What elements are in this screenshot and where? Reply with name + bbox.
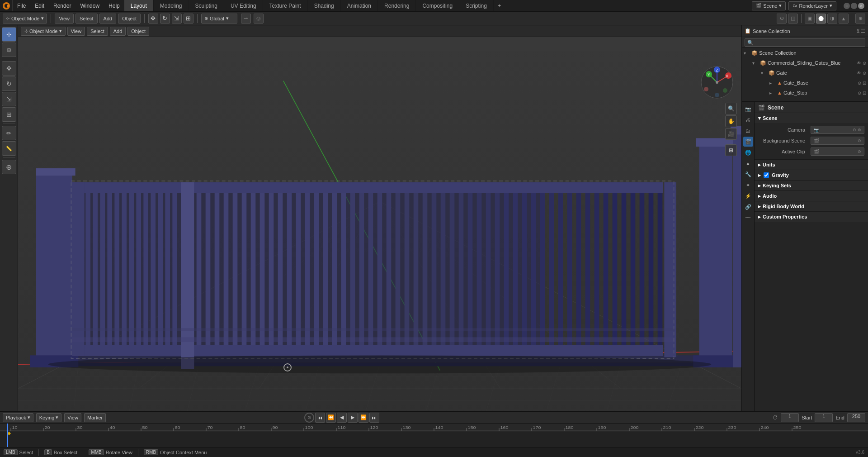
render-mode-btn[interactable]: ▲	[839, 14, 849, 24]
lookdev-mode-btn[interactable]: ◑	[827, 14, 837, 24]
camera-value[interactable]: 📷 ⊙ ⊕	[811, 126, 864, 134]
menu-edit[interactable]: Edit	[30, 0, 49, 11]
tab-sculpting[interactable]: Sculpting	[189, 0, 224, 11]
pan-btn[interactable]: ✋	[725, 115, 737, 127]
end-frame-input[interactable]: 250	[847, 413, 865, 422]
add-menu-btn[interactable]: Add	[99, 14, 117, 24]
rotate-tool-btn[interactable]: ↻	[2, 76, 16, 91]
measure-tool-btn[interactable]: 📏	[2, 141, 16, 156]
cursor-tool-btn[interactable]: ⊕	[2, 43, 16, 57]
step-forward-btn[interactable]: ⏩	[359, 413, 368, 423]
tab-texture-paint[interactable]: Texture Paint	[263, 0, 308, 11]
tab-uv-editing[interactable]: UV Editing	[224, 0, 263, 11]
zoom-in-btn[interactable]: 🔍	[725, 103, 737, 114]
viewport-view-btn[interactable]: View	[67, 27, 85, 36]
props-tab-particles[interactable]: ✦	[743, 180, 753, 190]
move-tool-btn[interactable]: ✥	[2, 61, 16, 76]
orbit-btn[interactable]: 🎥	[725, 128, 737, 140]
play-btn[interactable]: ▶	[348, 413, 358, 423]
transform-move-btn[interactable]: ✥	[148, 14, 158, 24]
current-frame-input[interactable]: 1	[781, 413, 799, 422]
tab-rendering[interactable]: Rendering	[378, 0, 416, 11]
step-back-btn[interactable]: ⏪	[326, 413, 336, 423]
playback-circle-btn[interactable]: ⊙	[304, 413, 314, 423]
viewport-add-btn[interactable]: Add	[110, 27, 126, 36]
tree-item-gate[interactable]: ▾ 📦 Gate 👁⊙	[742, 68, 868, 78]
timeline-marker-btn[interactable]: Marker	[84, 413, 106, 422]
transform-space-dropdown[interactable]: ⊕ Global ▾	[201, 14, 237, 24]
scene-section-header[interactable]: ▾ Scene	[755, 113, 868, 123]
bg-scene-value[interactable]: 🎬 ⊙	[811, 137, 864, 145]
gravity-section-header[interactable]: ▸ Gravity	[755, 170, 868, 180]
rigid-body-world-section-header[interactable]: ▸ Rigid Body World	[755, 201, 868, 211]
menu-window[interactable]: Window	[75, 0, 104, 11]
jump-start-btn[interactable]: ⏮	[315, 413, 325, 423]
window-minimize[interactable]: −	[844, 3, 850, 9]
tree-item-gate-stop[interactable]: ▸ ▲ Gate_Stop ⊙⊡	[742, 88, 868, 98]
view-menu-btn[interactable]: View	[55, 14, 74, 24]
solid-mode-btn[interactable]: ⬤	[816, 14, 826, 24]
units-section-header[interactable]: ▸ Units	[755, 160, 868, 170]
props-tab-modifiers[interactable]: 🔧	[743, 169, 753, 179]
tab-scripting[interactable]: Scripting	[459, 0, 494, 11]
scene-selector[interactable]: 🎬 Scene ▾	[752, 1, 786, 10]
viewport-overlays-btn[interactable]: ⊙	[777, 14, 787, 24]
tree-item-commercial[interactable]: ▾ 📦 Commercial_Sliding_Gates_Blue 👁⊙	[742, 58, 868, 68]
select-tool-btn[interactable]: ⊹	[2, 27, 16, 42]
keying-sets-section-header[interactable]: ▸ Keying Sets	[755, 181, 868, 190]
props-tab-scene[interactable]: 🎬	[743, 137, 753, 147]
props-tab-data[interactable]: 〰	[743, 213, 753, 223]
window-maximize[interactable]	[851, 3, 857, 9]
transform-all-btn[interactable]: ⊞	[184, 14, 193, 24]
jump-end-btn[interactable]: ⏭	[369, 413, 379, 423]
add-workspace-button[interactable]: +	[494, 0, 505, 12]
proportional-edit-btn[interactable]: ◎	[254, 14, 264, 24]
blender-logo[interactable]	[0, 0, 13, 11]
play-back-btn[interactable]: ◀	[337, 413, 347, 423]
object-mode-dropdown[interactable]: ⊹ Object Mode ▾	[3, 14, 47, 24]
props-tab-render[interactable]: 📷	[743, 104, 753, 114]
tab-modeling[interactable]: Modeling	[154, 0, 189, 11]
viewport-object-btn[interactable]: Object	[127, 27, 149, 36]
transform-tool-btn[interactable]: ⊞	[2, 107, 16, 122]
toggle-camera-btn[interactable]: ⊞	[725, 144, 737, 156]
select-menu-btn[interactable]: Select	[75, 14, 98, 24]
viewport-select-btn[interactable]: Select	[87, 27, 108, 36]
transform-rotate-btn[interactable]: ↻	[160, 14, 170, 24]
playback-dropdown[interactable]: Playback▾	[3, 413, 33, 422]
gizmo-toggle-btn[interactable]: ⊕	[855, 14, 865, 24]
outliner-filter-btn[interactable]: ⊻	[856, 28, 860, 34]
props-tab-object[interactable]: ▲	[743, 158, 753, 168]
tab-compositing[interactable]: Compositing	[416, 0, 459, 11]
active-clip-value[interactable]: 🎬 ⊙	[811, 148, 864, 156]
props-tab-view[interactable]: 🗂	[743, 126, 753, 136]
collection-root-item[interactable]: ▾ 📦 Scene Collection	[742, 48, 868, 58]
gravity-checkbox[interactable]	[764, 172, 769, 178]
xray-toggle-btn[interactable]: ◫	[788, 14, 798, 24]
audio-section-header[interactable]: ▸ Audio	[755, 191, 868, 201]
render-layer-selector[interactable]: 🗂 RenderLayer ▾	[788, 1, 836, 10]
props-tab-physics[interactable]: ⚡	[743, 191, 753, 201]
menu-file[interactable]: File	[13, 0, 30, 11]
custom-props-section-header[interactable]: ▸ Custom Properties	[755, 212, 868, 222]
tree-item-gate-base[interactable]: ▸ ▲ Gate_Base ⊙⊡	[742, 78, 868, 88]
props-tab-constraints[interactable]: 🔗	[743, 202, 753, 212]
outliner-options-btn[interactable]: ☰	[861, 28, 865, 34]
object-menu-btn[interactable]: Object	[118, 14, 141, 24]
outliner-search-input[interactable]	[745, 38, 865, 47]
keying-dropdown[interactable]: Keying▾	[36, 413, 62, 422]
viewport-mode-btn[interactable]: ⊹ Object Mode ▾	[21, 27, 66, 36]
tab-animation[interactable]: Animation	[341, 0, 378, 11]
wireframe-mode-btn[interactable]: ▣	[805, 14, 815, 24]
menu-render[interactable]: Render	[49, 0, 75, 11]
window-close[interactable]: ×	[858, 3, 864, 9]
props-tab-output[interactable]: 🖨	[743, 115, 753, 125]
tab-shading[interactable]: Shading	[308, 0, 341, 11]
snap-btn[interactable]: ⊸	[241, 14, 251, 24]
annotate-tool-btn[interactable]: ✏	[2, 126, 16, 140]
add-primitive-btn[interactable]: ⊕	[2, 160, 16, 174]
transform-scale-btn[interactable]: ⇲	[172, 14, 182, 24]
timeline-view-btn[interactable]: View	[64, 413, 81, 422]
menu-help[interactable]: Help	[104, 0, 124, 11]
tab-layout[interactable]: Layout	[124, 0, 154, 11]
